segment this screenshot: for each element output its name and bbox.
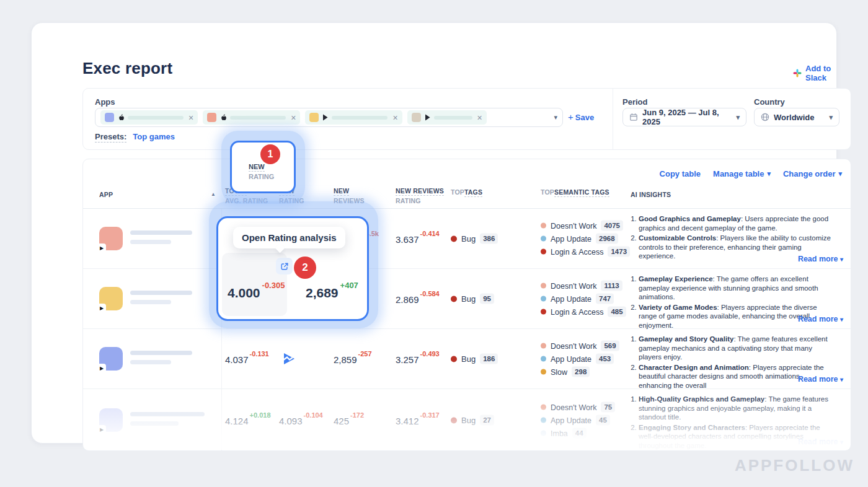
- new-reviews-rating-cell: 3.412-0.317: [396, 415, 440, 426]
- new-rating-value: 4.000-0.305: [228, 285, 285, 301]
- semantic-tag[interactable]: Doesn't Work569: [541, 340, 619, 353]
- column-header-app[interactable]: APP: [99, 191, 113, 198]
- semantic-tag[interactable]: App Update453: [541, 353, 619, 366]
- app-chip-3[interactable]: ×: [305, 110, 402, 125]
- change-order-button[interactable]: Change order▾: [783, 169, 842, 178]
- chevron-down-icon[interactable]: ▾: [554, 113, 557, 121]
- remove-app-icon[interactable]: ×: [477, 113, 482, 122]
- column-header-top-tags[interactable]: TOPTAGS: [451, 187, 482, 197]
- tag-count-badge: 186: [480, 354, 498, 364]
- remove-app-icon[interactable]: ×: [291, 113, 296, 122]
- external-link-icon: [280, 262, 289, 271]
- tag-dot-icon: [541, 236, 546, 242]
- insight-item: Gameplay and Story Quality: The game fea…: [639, 335, 836, 362]
- read-more-link[interactable]: Read more ▾: [798, 375, 843, 384]
- tag-dot-icon: [541, 418, 546, 423]
- tag-dot-icon: [541, 223, 546, 229]
- semantic-tag[interactable]: Login & Access1473: [541, 245, 630, 258]
- semantic-tags-cell: Doesn't Work569 App Update453 Slow298: [541, 340, 619, 379]
- new-rating-header-copy: NEW: [249, 163, 265, 172]
- app-name-blurred: [434, 116, 472, 120]
- add-to-slack-button[interactable]: Add to Slack: [793, 64, 836, 82]
- read-more-link[interactable]: Read more ▾: [798, 255, 843, 263]
- chevron-down-icon: ▾: [840, 376, 843, 383]
- insight-item: High-Quality Graphics and Gameplay: The …: [639, 395, 836, 422]
- manage-table-button[interactable]: Manage table▾: [713, 169, 771, 178]
- tag-dot-icon: [451, 296, 457, 302]
- table-row: ▶ 4.5 2.869-0.584 Bug 95 Doesn't Work111…: [83, 269, 851, 329]
- insight-item: Gameplay Experience: The game offers an …: [639, 274, 836, 302]
- page-title: Exec report: [82, 59, 172, 78]
- tag-dot-icon: [451, 417, 457, 423]
- country-select[interactable]: Worldwide ▾: [754, 108, 839, 126]
- tag-dot-icon: [541, 249, 546, 255]
- semantic-tag[interactable]: App Update747: [541, 292, 626, 305]
- apps-multiselect[interactable]: × × ×: [95, 108, 563, 127]
- semantic-tag[interactable]: Slow298: [541, 366, 619, 379]
- google-play-badge-icon: ▶: [97, 425, 106, 434]
- total-avg-rating-cell: 4.124+0.018: [225, 415, 271, 426]
- google-play-badge-icon: ▶: [97, 244, 106, 252]
- new-rating-cell: 4.093-0.104: [279, 415, 323, 426]
- top-tag-cell[interactable]: Bug 186: [451, 354, 498, 364]
- google-play-badge-icon: ▶: [97, 304, 106, 312]
- tag-dot-icon: [541, 356, 546, 362]
- semantic-tags-cell: Doesn't Work75 App Update45 Imba44: [541, 401, 615, 440]
- remove-app-icon[interactable]: ×: [188, 113, 193, 122]
- tag-count-badge: 27: [480, 415, 494, 426]
- preset-top-games-link[interactable]: Top games: [133, 132, 175, 143]
- period-select[interactable]: Jun 9, 2025 — Jul 8, 2025 ▾: [622, 108, 746, 126]
- top-tag-cell[interactable]: Bug 27: [451, 415, 494, 426]
- sort-asc-icon[interactable]: ▲: [211, 191, 216, 197]
- app-icon: [105, 113, 114, 122]
- top-tag-cell[interactable]: Bug 95: [451, 294, 494, 304]
- semantic-tag[interactable]: App Update2968: [541, 232, 630, 245]
- app-chip-1[interactable]: ×: [100, 110, 198, 125]
- globe-icon: [761, 113, 769, 121]
- semantic-tag[interactable]: Login & Access485: [541, 305, 626, 318]
- apple-icon: [118, 114, 124, 121]
- save-apps-button[interactable]: +Save: [568, 112, 594, 122]
- chevron-down-icon: ▾: [838, 170, 842, 178]
- semantic-tag[interactable]: Imba44: [541, 427, 615, 440]
- callout-2-box: Open Rating analysis 2 4.000-0.305 2,689…: [216, 216, 369, 321]
- semantic-tag[interactable]: App Update45: [541, 414, 615, 427]
- filters-divider: [613, 89, 613, 149]
- table-actions: Copy table Manage table▾ Change order▾: [660, 169, 842, 178]
- copy-table-button[interactable]: Copy table: [660, 169, 701, 178]
- app-chip-2[interactable]: ×: [203, 110, 300, 125]
- calendar-icon: [629, 113, 638, 121]
- app-name-blurred: [230, 116, 286, 120]
- remove-app-icon[interactable]: ×: [392, 113, 397, 122]
- google-play-icon: [425, 114, 430, 121]
- step-1-badge: 1: [260, 144, 280, 164]
- open-rating-analysis-button[interactable]: [276, 258, 293, 274]
- rating-analysis-icon[interactable]: [282, 352, 296, 366]
- column-header-top-semantic-tags[interactable]: TOPSEMANTIC TAGS: [541, 187, 609, 197]
- presets-row: Presets: Top games: [95, 132, 175, 143]
- tag-dot-icon: [541, 296, 546, 302]
- semantic-tag[interactable]: Doesn't Work1113: [541, 279, 626, 292]
- open-rating-analysis-tooltip: Open Rating analysis: [233, 227, 345, 248]
- country-label: Country: [754, 97, 785, 107]
- presets-label: Presets:: [95, 132, 126, 143]
- tag-dot-icon: [541, 431, 546, 436]
- semantic-tag[interactable]: Doesn't Work4075: [541, 219, 630, 232]
- table-row: ▶ 4.037-0.131 2,859-257 3.257-0.493 Bug …: [83, 329, 851, 389]
- new-reviews-rating-cell: 3.637-0.414: [396, 233, 440, 245]
- appfollow-watermark: APPFOLLOW: [735, 456, 854, 475]
- slack-icon: [793, 69, 802, 77]
- new-reviews-cell: 2,859-257: [334, 353, 372, 365]
- column-header-new-reviews-rating[interactable]: NEW REVIEWSRATING: [396, 187, 444, 204]
- column-header-ai-insights: AI INSIGHTS: [631, 191, 671, 198]
- apps-label: Apps: [95, 97, 115, 107]
- report-card: Exec report Add to Slack Apps: [31, 22, 837, 444]
- app-icon: ▶: [99, 287, 123, 310]
- new-reviews-rating-cell: 2.869-0.584: [396, 293, 440, 305]
- tag-count-badge: 386: [480, 234, 498, 244]
- read-more-link[interactable]: Read more ▾: [798, 315, 843, 323]
- semantic-tag[interactable]: Doesn't Work75: [541, 401, 615, 414]
- app-chip-4[interactable]: ×: [407, 110, 487, 125]
- top-tag-cell[interactable]: Bug 386: [451, 234, 498, 244]
- read-more-link[interactable]: Read more ▾: [798, 437, 843, 446]
